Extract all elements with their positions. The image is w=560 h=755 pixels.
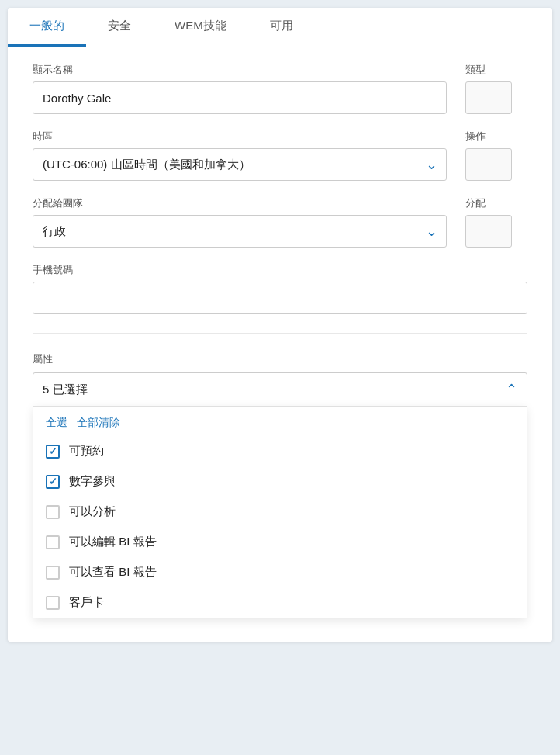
operation-label: 操作	[465, 130, 527, 144]
checkbox-view-bi[interactable]	[46, 566, 60, 580]
select-all-link[interactable]: 全選	[46, 416, 67, 430]
checkbox-analyze-label: 可以分析	[69, 504, 116, 519]
row-assign: 分配給團隊 行政 ⌄ 分配	[33, 196, 527, 248]
checkbox-schedulable-label: 可預約	[69, 444, 104, 459]
display-name-group: 顯示名稱	[33, 63, 447, 114]
operation-group: 操作	[465, 130, 527, 181]
assign-team-value: 行政	[43, 224, 66, 239]
checkbox-analyze[interactable]	[46, 505, 60, 519]
assign-team-select[interactable]: 行政 ⌄	[33, 215, 447, 248]
assign-label: 分配	[465, 196, 527, 210]
type-label: 類型	[465, 63, 527, 77]
checkbox-customer-card-label: 客戶卡	[69, 595, 104, 610]
type-input	[465, 81, 512, 114]
attributes-dropdown-panel: 全選 全部清除 可預約 數字參與 可以分析	[33, 406, 527, 618]
timezone-chevron-icon: ⌄	[426, 156, 437, 173]
checkbox-view-bi-label: 可以查看 BI 報告	[69, 565, 157, 580]
phone-row: 手機號碼	[33, 263, 527, 334]
display-name-input[interactable]	[33, 81, 447, 114]
tab-security[interactable]: 安全	[86, 8, 153, 47]
checkbox-item-analyze[interactable]: 可以分析	[33, 497, 527, 527]
tab-available[interactable]: 可用	[248, 8, 315, 47]
operation-input	[465, 148, 512, 181]
attributes-selected-count: 5 已選擇	[43, 383, 88, 397]
timezone-select-wrapper: (UTC-06:00) 山區時間（美國和加拿大） ⌄	[33, 148, 447, 181]
display-name-label: 顯示名稱	[33, 63, 447, 77]
checkbox-item-edit-bi[interactable]: 可以編輯 BI 報告	[33, 527, 527, 557]
tab-bar: 一般的 安全 WEM技能 可用	[8, 8, 552, 47]
checkbox-edit-bi-label: 可以編輯 BI 報告	[69, 535, 157, 549]
checkbox-customer-card[interactable]	[46, 596, 60, 610]
timezone-label: 時區	[33, 130, 447, 144]
assign-input	[465, 215, 512, 248]
type-group: 類型	[465, 63, 527, 114]
attributes-section: 屬性 5 已選擇 ⌃ 全選 全部清除 可預	[33, 352, 527, 618]
timezone-select[interactable]: (UTC-06:00) 山區時間（美國和加拿大） ⌄	[33, 148, 447, 181]
assign-team-select-wrapper: 行政 ⌄	[33, 215, 447, 248]
phone-group: 手機號碼	[33, 263, 527, 314]
tab-wem[interactable]: WEM技能	[153, 8, 248, 47]
attributes-dropdown-container: 5 已選擇 ⌃ 全選 全部清除 可預約	[33, 372, 527, 618]
checkbox-schedulable[interactable]	[46, 445, 60, 459]
attributes-dropdown-header[interactable]: 5 已選擇 ⌃	[33, 373, 527, 406]
main-container: 一般的 安全 WEM技能 可用 顯示名稱 類型 時區 (UTC-06:00) 山…	[8, 8, 552, 642]
select-actions: 全選 全部清除	[33, 407, 527, 436]
attributes-chevron-up-icon: ⌃	[506, 381, 517, 398]
checkbox-item-view-bi[interactable]: 可以查看 BI 報告	[33, 557, 527, 587]
checkbox-digital[interactable]	[46, 475, 60, 489]
phone-label: 手機號碼	[33, 263, 527, 277]
assign-narrow-group: 分配	[465, 196, 527, 248]
checkbox-item-schedulable[interactable]: 可預約	[33, 436, 527, 466]
phone-input[interactable]	[33, 282, 527, 314]
row-display-name: 顯示名稱 類型	[33, 63, 527, 114]
assign-team-label: 分配給團隊	[33, 196, 447, 210]
tab-general[interactable]: 一般的	[8, 8, 86, 47]
checkbox-item-digital[interactable]: 數字參與	[33, 466, 527, 497]
checkbox-digital-label: 數字參與	[69, 474, 116, 489]
clear-all-link[interactable]: 全部清除	[77, 416, 120, 430]
form-body: 顯示名稱 類型 時區 (UTC-06:00) 山區時間（美國和加拿大） ⌄	[8, 47, 552, 642]
checkbox-item-customer-card[interactable]: 客戶卡	[33, 587, 527, 618]
assign-team-chevron-icon: ⌄	[426, 223, 437, 240]
timezone-value: (UTC-06:00) 山區時間（美國和加拿大）	[43, 158, 251, 172]
assign-team-group: 分配給團隊 行政 ⌄	[33, 196, 447, 248]
attributes-label: 屬性	[33, 352, 527, 366]
checkbox-edit-bi[interactable]	[46, 535, 60, 549]
row-timezone: 時區 (UTC-06:00) 山區時間（美國和加拿大） ⌄ 操作	[33, 130, 527, 181]
timezone-group: 時區 (UTC-06:00) 山區時間（美國和加拿大） ⌄	[33, 130, 447, 181]
